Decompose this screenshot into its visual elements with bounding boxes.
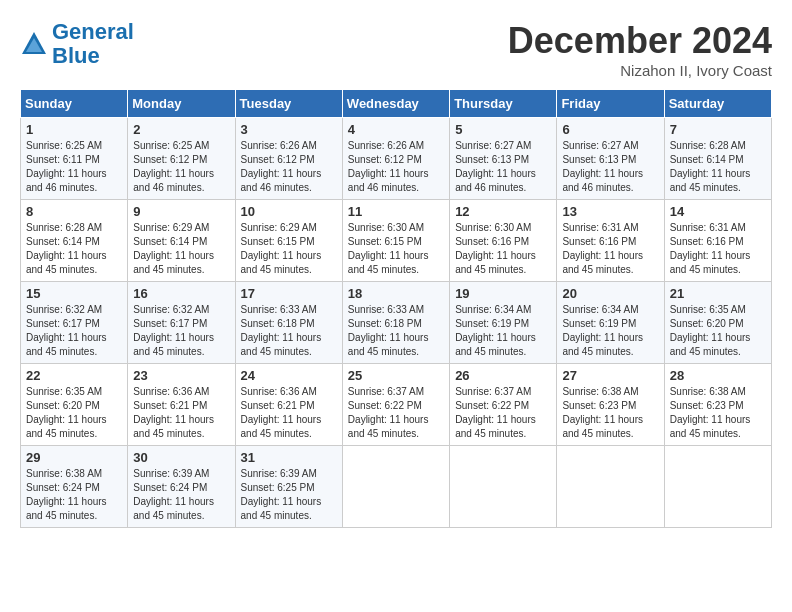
day-number: 16 [133,286,229,301]
calendar-cell: 5Sunrise: 6:27 AM Sunset: 6:13 PM Daylig… [450,118,557,200]
weekday-header-tuesday: Tuesday [235,90,342,118]
day-info: Sunrise: 6:32 AM Sunset: 6:17 PM Dayligh… [133,303,229,359]
day-number: 22 [26,368,122,383]
calendar-cell: 14Sunrise: 6:31 AM Sunset: 6:16 PM Dayli… [664,200,771,282]
calendar-cell [664,446,771,528]
day-info: Sunrise: 6:38 AM Sunset: 6:24 PM Dayligh… [26,467,122,523]
day-info: Sunrise: 6:27 AM Sunset: 6:13 PM Dayligh… [562,139,658,195]
logo-text: GeneralBlue [52,20,134,68]
day-number: 14 [670,204,766,219]
calendar-cell: 19Sunrise: 6:34 AM Sunset: 6:19 PM Dayli… [450,282,557,364]
calendar-cell: 20Sunrise: 6:34 AM Sunset: 6:19 PM Dayli… [557,282,664,364]
weekday-header-friday: Friday [557,90,664,118]
calendar-cell: 8Sunrise: 6:28 AM Sunset: 6:14 PM Daylig… [21,200,128,282]
day-number: 20 [562,286,658,301]
calendar-cell: 13Sunrise: 6:31 AM Sunset: 6:16 PM Dayli… [557,200,664,282]
day-info: Sunrise: 6:28 AM Sunset: 6:14 PM Dayligh… [670,139,766,195]
calendar-week-row: 29Sunrise: 6:38 AM Sunset: 6:24 PM Dayli… [21,446,772,528]
day-number: 11 [348,204,444,219]
day-info: Sunrise: 6:25 AM Sunset: 6:11 PM Dayligh… [26,139,122,195]
day-info: Sunrise: 6:29 AM Sunset: 6:15 PM Dayligh… [241,221,337,277]
calendar-cell: 7Sunrise: 6:28 AM Sunset: 6:14 PM Daylig… [664,118,771,200]
day-number: 2 [133,122,229,137]
logo: GeneralBlue [20,20,134,68]
day-info: Sunrise: 6:26 AM Sunset: 6:12 PM Dayligh… [348,139,444,195]
calendar-cell: 9Sunrise: 6:29 AM Sunset: 6:14 PM Daylig… [128,200,235,282]
day-number: 21 [670,286,766,301]
calendar-cell: 3Sunrise: 6:26 AM Sunset: 6:12 PM Daylig… [235,118,342,200]
day-info: Sunrise: 6:31 AM Sunset: 6:16 PM Dayligh… [562,221,658,277]
day-info: Sunrise: 6:29 AM Sunset: 6:14 PM Dayligh… [133,221,229,277]
calendar-cell: 23Sunrise: 6:36 AM Sunset: 6:21 PM Dayli… [128,364,235,446]
calendar-cell: 6Sunrise: 6:27 AM Sunset: 6:13 PM Daylig… [557,118,664,200]
calendar-cell: 29Sunrise: 6:38 AM Sunset: 6:24 PM Dayli… [21,446,128,528]
day-number: 4 [348,122,444,137]
day-number: 18 [348,286,444,301]
calendar-cell: 11Sunrise: 6:30 AM Sunset: 6:15 PM Dayli… [342,200,449,282]
day-info: Sunrise: 6:30 AM Sunset: 6:16 PM Dayligh… [455,221,551,277]
calendar-cell: 30Sunrise: 6:39 AM Sunset: 6:24 PM Dayli… [128,446,235,528]
day-number: 15 [26,286,122,301]
calendar-cell [450,446,557,528]
weekday-header-saturday: Saturday [664,90,771,118]
weekday-header-thursday: Thursday [450,90,557,118]
title-block: December 2024 Nizahon II, Ivory Coast [508,20,772,79]
day-number: 7 [670,122,766,137]
calendar-cell: 16Sunrise: 6:32 AM Sunset: 6:17 PM Dayli… [128,282,235,364]
day-number: 3 [241,122,337,137]
day-number: 5 [455,122,551,137]
day-number: 25 [348,368,444,383]
month-title: December 2024 [508,20,772,62]
day-info: Sunrise: 6:36 AM Sunset: 6:21 PM Dayligh… [241,385,337,441]
day-info: Sunrise: 6:27 AM Sunset: 6:13 PM Dayligh… [455,139,551,195]
weekday-header-wednesday: Wednesday [342,90,449,118]
day-info: Sunrise: 6:37 AM Sunset: 6:22 PM Dayligh… [348,385,444,441]
day-info: Sunrise: 6:35 AM Sunset: 6:20 PM Dayligh… [26,385,122,441]
day-info: Sunrise: 6:34 AM Sunset: 6:19 PM Dayligh… [562,303,658,359]
logo-icon [20,30,48,58]
day-number: 27 [562,368,658,383]
location: Nizahon II, Ivory Coast [508,62,772,79]
day-info: Sunrise: 6:33 AM Sunset: 6:18 PM Dayligh… [348,303,444,359]
weekday-header-monday: Monday [128,90,235,118]
day-number: 24 [241,368,337,383]
calendar-week-row: 22Sunrise: 6:35 AM Sunset: 6:20 PM Dayli… [21,364,772,446]
day-info: Sunrise: 6:38 AM Sunset: 6:23 PM Dayligh… [670,385,766,441]
day-number: 6 [562,122,658,137]
page-header: GeneralBlue December 2024 Nizahon II, Iv… [20,20,772,79]
calendar-cell: 26Sunrise: 6:37 AM Sunset: 6:22 PM Dayli… [450,364,557,446]
day-number: 1 [26,122,122,137]
day-info: Sunrise: 6:25 AM Sunset: 6:12 PM Dayligh… [133,139,229,195]
day-info: Sunrise: 6:26 AM Sunset: 6:12 PM Dayligh… [241,139,337,195]
calendar-week-row: 8Sunrise: 6:28 AM Sunset: 6:14 PM Daylig… [21,200,772,282]
day-info: Sunrise: 6:37 AM Sunset: 6:22 PM Dayligh… [455,385,551,441]
calendar-cell: 22Sunrise: 6:35 AM Sunset: 6:20 PM Dayli… [21,364,128,446]
calendar-week-row: 15Sunrise: 6:32 AM Sunset: 6:17 PM Dayli… [21,282,772,364]
day-info: Sunrise: 6:38 AM Sunset: 6:23 PM Dayligh… [562,385,658,441]
calendar-cell: 24Sunrise: 6:36 AM Sunset: 6:21 PM Dayli… [235,364,342,446]
calendar-week-row: 1Sunrise: 6:25 AM Sunset: 6:11 PM Daylig… [21,118,772,200]
day-number: 17 [241,286,337,301]
day-info: Sunrise: 6:30 AM Sunset: 6:15 PM Dayligh… [348,221,444,277]
day-number: 19 [455,286,551,301]
day-number: 29 [26,450,122,465]
day-number: 12 [455,204,551,219]
calendar-cell [557,446,664,528]
calendar-cell: 18Sunrise: 6:33 AM Sunset: 6:18 PM Dayli… [342,282,449,364]
day-number: 13 [562,204,658,219]
day-number: 31 [241,450,337,465]
day-number: 8 [26,204,122,219]
day-info: Sunrise: 6:32 AM Sunset: 6:17 PM Dayligh… [26,303,122,359]
calendar-cell: 28Sunrise: 6:38 AM Sunset: 6:23 PM Dayli… [664,364,771,446]
weekday-header-sunday: Sunday [21,90,128,118]
day-number: 28 [670,368,766,383]
calendar-cell: 31Sunrise: 6:39 AM Sunset: 6:25 PM Dayli… [235,446,342,528]
day-number: 9 [133,204,229,219]
day-info: Sunrise: 6:34 AM Sunset: 6:19 PM Dayligh… [455,303,551,359]
day-number: 26 [455,368,551,383]
calendar-cell: 12Sunrise: 6:30 AM Sunset: 6:16 PM Dayli… [450,200,557,282]
calendar-cell: 15Sunrise: 6:32 AM Sunset: 6:17 PM Dayli… [21,282,128,364]
day-info: Sunrise: 6:39 AM Sunset: 6:24 PM Dayligh… [133,467,229,523]
calendar-cell [342,446,449,528]
calendar-cell: 21Sunrise: 6:35 AM Sunset: 6:20 PM Dayli… [664,282,771,364]
